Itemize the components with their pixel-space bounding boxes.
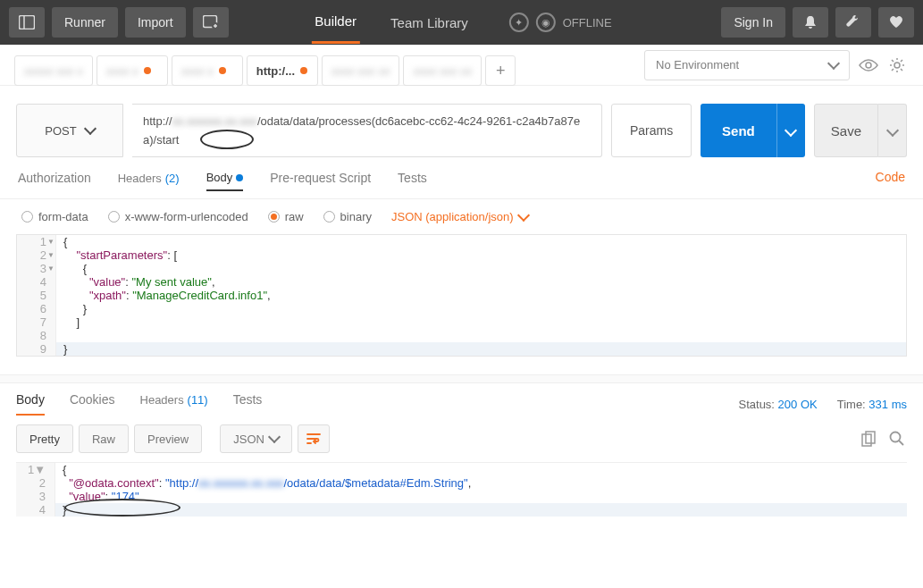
- request-tab[interactable]: xxxx x: [96, 55, 168, 86]
- response-tab-tests[interactable]: Tests: [233, 392, 263, 416]
- request-tab-active[interactable]: http:/...: [247, 55, 318, 86]
- chevron-down-icon: [268, 431, 281, 443]
- new-tab-button[interactable]: [193, 7, 229, 38]
- svg-point-6: [866, 63, 871, 68]
- environment-select[interactable]: No Environment: [644, 50, 850, 80]
- env-preview-button[interactable]: [859, 55, 878, 75]
- heart-icon: [889, 16, 903, 29]
- tab-prerequest[interactable]: Pre-request Script: [270, 171, 371, 190]
- copy-icon: [861, 431, 876, 447]
- request-tab[interactable]: xxxx xxx xx: [322, 55, 400, 86]
- tab-tests[interactable]: Tests: [398, 171, 427, 190]
- save-button[interactable]: Save: [814, 104, 878, 157]
- favorite-button[interactable]: [878, 7, 914, 38]
- chevron-down-icon: [785, 123, 797, 136]
- sync-icon: ✦: [509, 13, 529, 32]
- settings-button[interactable]: [835, 7, 871, 38]
- radio-form-data[interactable]: form-data: [21, 210, 88, 223]
- sign-in-button[interactable]: Sign In: [721, 7, 785, 38]
- radio-raw[interactable]: raw: [268, 210, 304, 223]
- new-tab-icon: [203, 15, 219, 29]
- response-header-row: Body Cookies Headers (11) Tests Status: …: [0, 383, 923, 416]
- radio-binary[interactable]: binary: [323, 210, 372, 223]
- annotation-circle: [200, 130, 254, 149]
- params-button[interactable]: Params: [611, 104, 692, 157]
- response-tab-body[interactable]: Body: [16, 392, 45, 416]
- save-dropdown-button[interactable]: [878, 104, 907, 157]
- chevron-down-icon: [84, 122, 96, 135]
- svg-point-7: [894, 63, 900, 68]
- url-input[interactable]: http://xx.xxxxxx.xx.xxx/odata/data/proce…: [132, 104, 602, 157]
- import-button[interactable]: Import: [125, 7, 186, 38]
- chevron-down-icon: [516, 208, 529, 221]
- wrench-icon: [846, 15, 860, 29]
- response-tab-headers[interactable]: Headers (11): [140, 392, 208, 416]
- runner-button[interactable]: Runner: [52, 7, 118, 38]
- request-body-editor[interactable]: 1▼{ 2▼ "startParameters": [ 3▼ { 4 "valu…: [16, 234, 907, 357]
- request-row: POST http://xx.xxxxxx.xx.xxx/odata/data/…: [0, 95, 923, 157]
- gear-icon: [889, 57, 905, 73]
- chevron-down-icon: [885, 123, 898, 136]
- code-link[interactable]: Code: [876, 170, 905, 184]
- radio-urlencoded[interactable]: x-www-form-urlencoded: [108, 210, 248, 223]
- view-raw-button[interactable]: Raw: [79, 424, 129, 453]
- unsaved-dot-icon: [300, 67, 307, 74]
- view-preview-button[interactable]: Preview: [134, 424, 202, 453]
- request-tab-label: http:/...: [256, 64, 295, 78]
- request-subtabs: Authorization Headers (2) Body Pre-reque…: [0, 157, 923, 199]
- nav-team-library[interactable]: Team Library: [387, 3, 472, 43]
- send-button[interactable]: Send: [701, 104, 776, 157]
- response-toolbar: Pretty Raw Preview JSON: [0, 416, 923, 462]
- request-tabs: xxxxx xxx x xxxx x xxxx x http:/... xxxx…: [7, 50, 523, 91]
- send-dropdown-button[interactable]: [776, 104, 805, 157]
- body-type-options: form-data x-www-form-urlencoded raw bina…: [0, 199, 923, 234]
- nav-builder[interactable]: Builder: [311, 1, 360, 44]
- tab-headers[interactable]: Headers (2): [118, 171, 180, 190]
- unsaved-dot-icon: [144, 67, 151, 74]
- search-response-button[interactable]: [887, 429, 907, 449]
- copy-response-button[interactable]: [859, 429, 878, 449]
- svg-point-10: [891, 433, 901, 442]
- request-tab[interactable]: xxxx xxx xx: [403, 55, 482, 86]
- notifications-button[interactable]: [793, 7, 828, 38]
- modified-dot-icon: [236, 174, 243, 181]
- http-method-label: POST: [45, 124, 76, 138]
- sync-status: ✦ ◉ OFFLINE: [509, 13, 612, 32]
- top-bar: Runner Import Builder Team Library ✦ ◉ O…: [0, 0, 923, 45]
- svg-line-11: [899, 441, 903, 445]
- env-settings-button[interactable]: [887, 55, 907, 75]
- svg-rect-0: [20, 16, 35, 29]
- satellite-icon: ◉: [536, 13, 556, 32]
- response-meta: Status: 200 OK Time: 331 ms: [739, 398, 907, 411]
- wrap-lines-button[interactable]: [298, 424, 330, 453]
- tab-body[interactable]: Body: [206, 170, 244, 191]
- panel-icon: [19, 15, 35, 29]
- eye-icon: [859, 59, 878, 71]
- chevron-down-icon: [827, 56, 840, 69]
- wrap-icon: [306, 433, 321, 445]
- offline-label: OFFLINE: [563, 16, 612, 29]
- response-tab-cookies[interactable]: Cookies: [70, 392, 115, 416]
- bell-icon: [804, 15, 817, 29]
- environment-selected-label: No Environment: [656, 58, 739, 71]
- content-type-select[interactable]: JSON (application/json): [391, 210, 528, 223]
- tab-authorization[interactable]: Authorization: [18, 171, 91, 190]
- http-method-select[interactable]: POST: [16, 104, 123, 157]
- request-tab[interactable]: xxxx x: [172, 55, 243, 86]
- sidebar-toggle-button[interactable]: [9, 7, 45, 38]
- search-icon: [889, 431, 905, 447]
- unsaved-dot-icon: [219, 67, 226, 74]
- request-tab[interactable]: xxxxx xxx x: [14, 55, 93, 86]
- response-format-select[interactable]: JSON: [220, 424, 292, 453]
- pane-divider[interactable]: [0, 374, 923, 383]
- svg-rect-8: [862, 434, 871, 446]
- add-tab-button[interactable]: +: [485, 55, 516, 86]
- svg-rect-9: [866, 432, 875, 443]
- view-pretty-button[interactable]: Pretty: [16, 424, 73, 453]
- response-body-editor[interactable]: 1▼{ 2 "@odata.context": "http://xx.xxxxx…: [16, 462, 907, 517]
